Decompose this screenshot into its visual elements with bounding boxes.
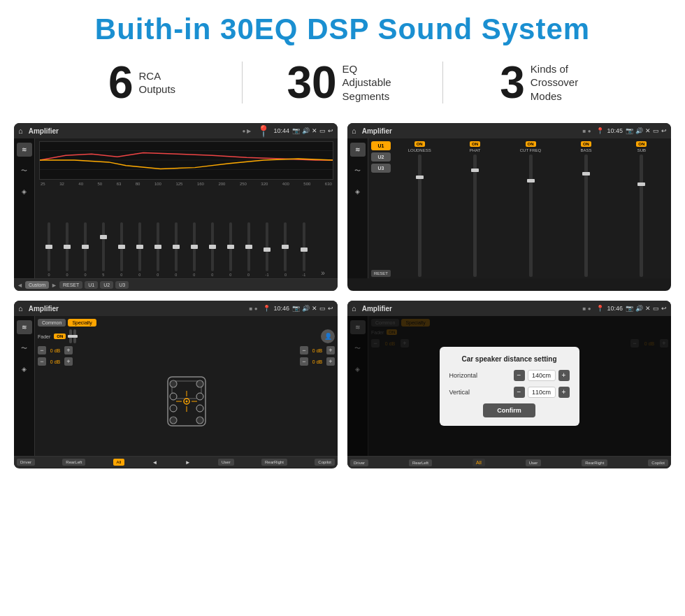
equalizer-icon-2[interactable]: ≋ xyxy=(350,143,366,157)
amp-reset-btn[interactable]: RESET xyxy=(371,270,391,277)
slider-11[interactable]: 0 xyxy=(229,222,232,277)
rearright-btn[interactable]: RearRight xyxy=(261,459,287,466)
vol-minus-4[interactable]: − xyxy=(300,357,308,366)
bass-on[interactable]: ON xyxy=(581,141,591,147)
loudness-slider[interactable] xyxy=(418,155,421,277)
vol-plus-3[interactable]: + xyxy=(326,346,335,354)
waveform-icon-3[interactable]: 〜 xyxy=(17,341,32,355)
u3-btn[interactable]: U3 xyxy=(115,281,129,289)
u1-btn[interactable]: U1 xyxy=(85,281,98,289)
sub-slider[interactable] xyxy=(640,155,643,277)
slider-2[interactable]: 0 xyxy=(66,222,68,277)
cutfreq-slider[interactable] xyxy=(529,155,533,277)
volume-icon-2: 🔊 xyxy=(635,127,643,134)
nav-right[interactable]: ► xyxy=(185,459,191,466)
slider-7[interactable]: 0 xyxy=(157,222,159,277)
vol-right: − 0 dB + − 0 dB + xyxy=(300,346,335,456)
freq-100: 100 xyxy=(154,182,161,186)
reset-btn[interactable]: RESET xyxy=(59,281,82,289)
prev-btn[interactable]: ◄ xyxy=(17,282,23,289)
speaker-icon-3[interactable]: ◈ xyxy=(17,362,32,376)
slider-1[interactable]: 0 xyxy=(48,222,50,277)
u3-preset[interactable]: U3 xyxy=(371,164,391,173)
location-icon-4: 📍 xyxy=(596,305,604,312)
all-btn[interactable]: All xyxy=(113,459,125,466)
cutfreq-on[interactable]: ON xyxy=(526,141,536,147)
vol-minus-2[interactable]: − xyxy=(38,357,46,366)
back-icon-4[interactable]: ↩ xyxy=(661,305,667,312)
slider-5[interactable]: 0 xyxy=(120,222,123,277)
vol-plus-2[interactable]: + xyxy=(64,357,73,366)
slider-8[interactable]: 0 xyxy=(175,222,178,277)
home-icon-3[interactable]: ⌂ xyxy=(18,304,23,313)
rearleft-btn-4[interactable]: RearLeft xyxy=(409,459,432,466)
slider-12[interactable]: 0 xyxy=(247,222,250,277)
rearleft-btn[interactable]: RearLeft xyxy=(62,459,85,466)
dialog-title: Car speaker distance setting xyxy=(449,355,570,363)
slider-14[interactable]: 0 xyxy=(284,222,287,277)
slider-10[interactable]: 0 xyxy=(211,222,214,277)
screen1-content: ≋ 〜 ◈ xyxy=(14,138,338,278)
nav-left[interactable]: ◄ xyxy=(152,459,158,466)
waveform-icon[interactable]: 〜 xyxy=(17,164,32,178)
back-icon-3[interactable]: ↩ xyxy=(328,305,333,312)
home-icon-4[interactable]: ⌂ xyxy=(352,304,356,313)
equalizer-icon[interactable]: ≋ xyxy=(17,143,32,157)
fader-slider-2[interactable] xyxy=(73,329,76,343)
bass-slider[interactable] xyxy=(584,155,588,277)
freq-32: 32 xyxy=(59,182,64,186)
u2-btn[interactable]: U2 xyxy=(100,281,113,289)
slider-9[interactable]: 0 xyxy=(193,222,196,277)
rearright-btn-4[interactable]: RearRight xyxy=(582,459,607,466)
vol-plus-1[interactable]: + xyxy=(64,346,73,354)
u2-preset[interactable]: U2 xyxy=(371,152,391,162)
eq-bottom-bar: ◄ Custom ► RESET U1 U2 U3 xyxy=(14,278,338,291)
home-icon[interactable]: ⌂ xyxy=(18,127,23,135)
speaker-icon[interactable]: ◈ xyxy=(17,185,32,199)
common-tab[interactable]: Common xyxy=(38,319,66,327)
user-btn[interactable]: User xyxy=(218,459,234,466)
more-icon[interactable]: » xyxy=(321,269,325,277)
svg-point-8 xyxy=(196,380,203,387)
phat-slider[interactable] xyxy=(473,155,477,277)
speaker-icon-2[interactable]: ◈ xyxy=(350,185,366,199)
next-btn[interactable]: ► xyxy=(51,282,57,289)
confirm-button[interactable]: Confirm xyxy=(483,403,535,417)
waveform-icon-2[interactable]: 〜 xyxy=(350,164,366,178)
phat-on[interactable]: ON xyxy=(470,141,480,147)
vertical-minus-btn[interactable]: − xyxy=(514,387,525,398)
specialty-tab[interactable]: Specialty xyxy=(68,319,96,327)
vol-plus-4[interactable]: + xyxy=(326,357,335,366)
loudness-on[interactable]: ON xyxy=(414,141,425,147)
vol-minus-3[interactable]: − xyxy=(300,346,308,354)
screen1-title: Amplifier xyxy=(29,127,240,135)
home-icon-2[interactable]: ⌂ xyxy=(352,127,356,135)
copilot-btn[interactable]: Copilot xyxy=(315,459,335,466)
custom-preset-btn[interactable]: Custom xyxy=(25,281,49,289)
dialog-box: Car speaker distance setting Horizontal … xyxy=(440,347,579,426)
slider-4[interactable]: 5 xyxy=(102,222,105,277)
screen3-time: 10:46 xyxy=(273,305,289,312)
slider-3[interactable]: 0 xyxy=(84,222,87,277)
user-btn-4[interactable]: User xyxy=(526,459,542,466)
copilot-btn-4[interactable]: Copilot xyxy=(648,459,668,466)
fader-on-badge[interactable]: ON xyxy=(54,334,66,339)
slider-15[interactable]: -1 xyxy=(302,222,305,277)
sub-on[interactable]: ON xyxy=(636,141,647,147)
location-icon-3: 📍 xyxy=(263,305,271,312)
slider-6[interactable]: 0 xyxy=(138,222,141,277)
vertical-plus-btn[interactable]: + xyxy=(558,387,570,398)
back-icon[interactable]: ↩ xyxy=(328,127,333,134)
horizontal-plus-btn[interactable]: + xyxy=(558,370,570,381)
slider-13[interactable]: -1 xyxy=(266,222,269,277)
driver-btn[interactable]: Driver xyxy=(17,459,35,466)
driver-btn-4[interactable]: Driver xyxy=(350,459,368,466)
all-btn-4[interactable]: All xyxy=(473,459,485,466)
u1-preset[interactable]: U1 xyxy=(371,141,391,150)
equalizer-icon-3[interactable]: ≋ xyxy=(17,320,32,334)
loudness-label: LOUDNESS xyxy=(408,148,431,152)
screen4-content: ≋ 〜 ◈ Common Specialty Fader ON − xyxy=(347,316,671,456)
horizontal-minus-btn[interactable]: − xyxy=(514,370,525,381)
back-icon-2[interactable]: ↩ xyxy=(661,127,667,134)
vol-minus-1[interactable]: − xyxy=(38,346,46,354)
